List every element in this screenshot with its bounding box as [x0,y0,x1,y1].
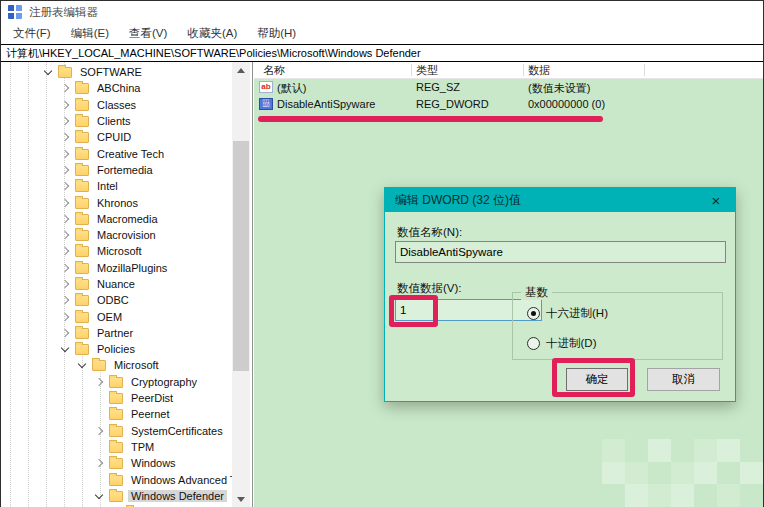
tree-item-label[interactable]: SystemCertificates [128,425,226,437]
tree-item[interactable]: Windows Defender [1,488,232,504]
tree-item[interactable]: ODBC [1,292,232,308]
column-separator[interactable] [644,64,645,76]
scroll-down-icon[interactable] [232,490,250,507]
tree-item[interactable]: Fortemedia [1,162,232,178]
tree-item[interactable]: Partner [1,325,232,341]
chevron-right-icon[interactable] [58,130,73,144]
ok-button[interactable]: 确定 [566,368,628,391]
menu-edit[interactable]: 编辑(E) [61,24,119,43]
chevron-right-icon[interactable] [58,147,73,161]
value-name-field[interactable] [395,241,726,263]
chevron-right-icon[interactable] [58,277,73,291]
tree-item[interactable]: Microsoft [1,357,232,373]
column-separator[interactable] [411,64,412,76]
tree-item-label[interactable]: OEM [94,311,125,323]
close-icon[interactable]: × [705,193,727,208]
tree-item-label[interactable]: ODBC [94,294,132,306]
cancel-button[interactable]: 取消 [647,368,720,391]
column-header-data[interactable]: 数据 [528,63,550,78]
chevron-right-icon[interactable] [92,375,107,389]
menu-file[interactable]: 文件(F) [3,24,61,43]
chevron-down-icon[interactable] [41,65,56,79]
tree-item-label[interactable]: MozillaPlugins [94,262,170,274]
chevron-down-icon[interactable] [75,358,90,372]
tree-item-label[interactable]: Clients [94,115,134,127]
tree-item-label[interactable]: Partner [94,327,136,339]
tree-item[interactable]: Peernet [1,406,232,422]
tree-item-label[interactable]: Macrovision [94,229,159,241]
tree-item[interactable]: SOFTWARE [1,64,232,80]
chevron-right-icon[interactable] [92,456,107,470]
value-row[interactable]: (默认)REG_SZ(数值未设置) [254,79,763,96]
tree-item[interactable]: Cryptography [1,374,232,390]
tree-item-label[interactable]: Cryptography [128,376,200,388]
tree-item-label[interactable]: Peernet [128,408,173,420]
chevron-right-icon[interactable] [58,228,73,242]
chevron-right-icon[interactable] [58,212,73,226]
column-header-type[interactable]: 类型 [416,63,438,78]
column-header-name[interactable]: 名称 [263,63,285,78]
chevron-right-icon[interactable] [58,196,73,210]
tree-item[interactable]: MozillaPlugins [1,260,232,276]
tree-item[interactable]: Intel [1,178,232,194]
chevron-right-icon[interactable] [58,326,73,340]
tree-item[interactable]: ABChina [1,80,232,96]
radio-hexadecimal[interactable]: 十六进制(H) [527,306,608,321]
tree-item[interactable]: Creative Tech [1,145,232,161]
chevron-down-icon[interactable] [92,489,107,503]
value-row[interactable]: DisableAntiSpywareREG_DWORD0x00000000 (0… [254,96,763,113]
tree-item-label[interactable]: Windows Advanced Th [128,474,232,486]
tree-item-label[interactable]: Windows Defender [128,490,227,502]
tree-item-label[interactable]: Creative Tech [94,148,167,160]
menu-view[interactable]: 查看(V) [119,24,177,43]
tree-item[interactable]: OEM [1,308,232,324]
tree-item-label[interactable]: Macromedia [94,213,161,225]
dialog-title-bar[interactable]: 编辑 DWORD (32 位)值 × [385,188,735,212]
menu-help[interactable]: 帮助(H) [247,24,306,43]
radio-unselected-icon[interactable] [527,337,540,350]
tree-item-label[interactable]: ABChina [94,82,143,94]
tree-item-label[interactable]: TPM [128,441,157,453]
tree-item[interactable]: SystemCertificates [1,423,232,439]
tree-item-label[interactable]: Microsoft [111,359,162,371]
scrollbar-thumb[interactable] [233,141,249,371]
tree-item[interactable]: Macromedia [1,211,232,227]
chevron-right-icon[interactable] [58,310,73,324]
tree-item[interactable]: Windows [1,455,232,471]
column-separator[interactable] [523,64,524,76]
tree-item[interactable]: Policies [1,341,232,357]
chevron-right-icon[interactable] [92,424,107,438]
tree-item-label[interactable]: CPUID [94,131,134,143]
tree-item[interactable]: Nuance [1,276,232,292]
tree-item[interactable]: Clients [1,113,232,129]
tree-item[interactable]: Classes [1,97,232,113]
tree-item[interactable]: Macrovision [1,227,232,243]
tree-item-label[interactable]: Microsoft [94,245,145,257]
menu-favorites[interactable]: 收藏夹(A) [177,24,247,43]
radio-selected-icon[interactable] [527,307,540,320]
tree-item[interactable]: Windows Advanced Th [1,471,232,487]
tree-item-label[interactable]: SOFTWARE [77,66,145,78]
tree-item[interactable]: CPUID [1,129,232,145]
chevron-right-icon[interactable] [58,293,73,307]
tree-item-label[interactable]: PeerDist [128,392,176,404]
tree-item[interactable]: Khronos [1,194,232,210]
chevron-right-icon[interactable] [58,98,73,112]
tree-item[interactable]: TPM [1,439,232,455]
tree-item-label[interactable]: Classes [94,99,139,111]
chevron-right-icon[interactable] [58,179,73,193]
tree-item-label[interactable]: Windows [128,457,179,469]
chevron-down-icon[interactable] [58,342,73,356]
address-input[interactable] [1,45,763,61]
tree-item-label[interactable]: Fortemedia [94,164,156,176]
radio-decimal[interactable]: 十进制(D) [527,336,596,351]
chevron-right-icon[interactable] [58,244,73,258]
chevron-right-icon[interactable] [58,81,73,95]
tree-item[interactable]: Microsoft [1,243,232,259]
tree-scrollbar[interactable] [232,62,250,507]
chevron-right-icon[interactable] [58,114,73,128]
scroll-up-icon[interactable] [232,62,250,79]
chevron-right-icon[interactable] [58,261,73,275]
tree-item-label[interactable]: Khronos [94,197,141,209]
chevron-right-icon[interactable] [58,163,73,177]
